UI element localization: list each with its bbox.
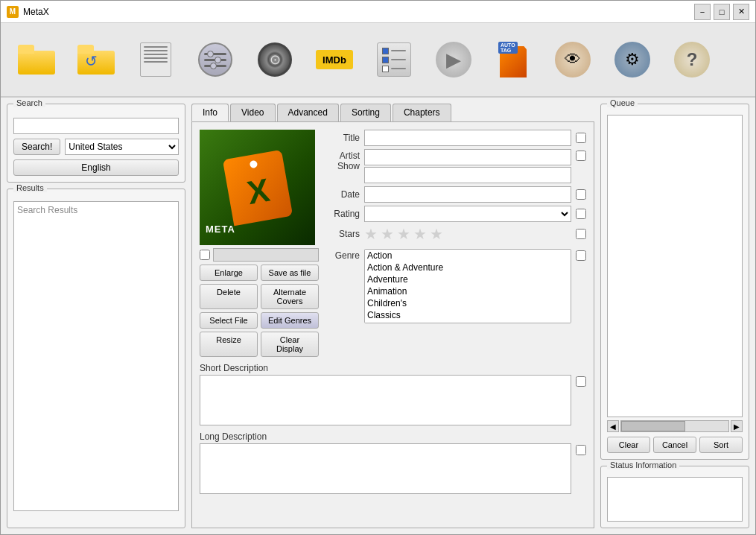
long-desc-input[interactable]	[200, 443, 571, 494]
results-list[interactable]: Search Results	[13, 201, 179, 511]
toolbar-gear[interactable]: ⚙	[606, 31, 659, 88]
tab-chapters[interactable]: Chapters	[393, 104, 451, 121]
search-button[interactable]: Search!	[13, 139, 60, 155]
title-label: Title	[326, 133, 360, 143]
metax-label: META	[206, 224, 235, 235]
toolbar-checklist[interactable]	[367, 31, 421, 88]
clear-button[interactable]: Clear	[607, 437, 650, 453]
stars-area: ★ ★ ★ ★ ★	[364, 225, 571, 243]
toolbar-preview[interactable]: 👁	[546, 31, 600, 88]
window-title: MetaX	[23, 7, 49, 17]
long-desc-checkbox[interactable]	[576, 445, 586, 455]
language-button[interactable]: English	[13, 159, 179, 176]
star-5[interactable]: ★	[430, 225, 443, 243]
titlebar-controls: − □ ✕	[694, 4, 749, 20]
delete-button[interactable]: Delete	[200, 284, 258, 309]
short-desc-row	[200, 375, 586, 425]
maximize-button[interactable]: □	[714, 4, 730, 20]
results-panel-title: Results	[13, 183, 47, 192]
tab-sorting[interactable]: Sorting	[340, 104, 391, 121]
clear-display-button[interactable]: Clear Display	[261, 332, 319, 357]
metax-x-label: X	[244, 173, 272, 209]
center-panel: Info Video Advanced Sorting Chapters	[191, 104, 594, 528]
scroll-left-btn[interactable]: ◀	[607, 420, 619, 432]
tab-advanced[interactable]: Advanced	[277, 104, 339, 121]
select-file-button[interactable]: Select File	[200, 312, 258, 329]
genre-checkbox[interactable]	[576, 250, 586, 261]
cover-checkbox[interactable]	[200, 250, 210, 260]
artist-show-label: ArtistShow	[326, 149, 360, 171]
toolbar-film[interactable]: ⊙	[248, 31, 302, 88]
search-panel-title: Search	[13, 98, 45, 107]
toolbar-recent[interactable]: ↺	[69, 31, 123, 88]
imdb-icon: IMDb	[316, 50, 353, 69]
short-desc-section: Short Description	[200, 363, 586, 425]
rating-select[interactable]: G PG PG-13 R NC-17	[364, 206, 571, 222]
genre-action-adventure: Action & Adventure	[365, 262, 571, 273]
tab-content: X META Enlarge Save as file Delete	[191, 121, 594, 528]
scroll-right-btn[interactable]: ▶	[731, 420, 743, 432]
short-desc-input[interactable]	[200, 375, 571, 425]
save-as-file-button[interactable]: Save as file	[261, 265, 319, 281]
cancel-button[interactable]: Cancel	[653, 437, 696, 453]
sort-button[interactable]: Sort	[699, 437, 743, 453]
titlebar-left: M MetaX	[7, 6, 49, 18]
info-top: X META Enlarge Save as file Delete	[200, 130, 586, 357]
artist-show-checkbox[interactable]	[576, 151, 586, 161]
artist-input[interactable]	[364, 149, 571, 165]
long-desc-label: Long Description	[200, 431, 586, 442]
show-input[interactable]	[364, 167, 571, 183]
stars-row: Stars ★ ★ ★ ★ ★	[326, 225, 586, 243]
star-2[interactable]: ★	[381, 225, 394, 243]
toolbar-open-folder[interactable]	[10, 31, 63, 88]
date-checkbox[interactable]	[576, 189, 586, 200]
genre-classics: Classics	[365, 309, 571, 321]
artist-show-row: ArtistShow	[326, 149, 586, 183]
queue-title: Queue	[607, 98, 638, 107]
tab-info[interactable]: Info	[191, 104, 229, 121]
date-label: Date	[326, 189, 360, 200]
toolbar-help[interactable]: ?	[665, 31, 719, 88]
close-button[interactable]: ✕	[733, 4, 749, 20]
queue-list[interactable]	[607, 115, 743, 417]
genre-action: Action	[365, 250, 571, 262]
minimize-button[interactable]: −	[694, 4, 711, 20]
title-checkbox[interactable]	[576, 133, 586, 143]
toolbar-settings[interactable]	[188, 31, 242, 88]
title-input[interactable]	[364, 130, 571, 146]
alternate-covers-button[interactable]: Alternate Covers	[261, 284, 319, 309]
status-panel: Status Information	[600, 466, 749, 528]
toolbar: ↺	[1, 23, 755, 98]
toolbar-imdb[interactable]: IMDb	[308, 31, 361, 88]
main-window: M MetaX − □ ✕ ↺	[0, 0, 756, 535]
app-icon: M	[7, 6, 19, 18]
star-4[interactable]: ★	[413, 225, 427, 243]
stars-checkbox[interactable]	[576, 229, 586, 239]
genre-label: Genre	[326, 249, 360, 261]
search-input[interactable]	[13, 118, 179, 134]
star-1[interactable]: ★	[364, 225, 378, 243]
status-title: Status Information	[607, 460, 679, 469]
search-panel: Search Search! United States United King…	[7, 104, 185, 183]
edit-genres-button[interactable]: Edit Genres	[261, 312, 319, 329]
star-3[interactable]: ★	[397, 225, 410, 243]
scrollbar-thumb[interactable]	[621, 421, 685, 431]
country-select[interactable]: United States United Kingdom Canada Aust…	[65, 139, 179, 155]
short-desc-checkbox[interactable]	[576, 376, 586, 387]
artist-show-wrapper	[364, 149, 571, 183]
titlebar: M MetaX − □ ✕	[1, 1, 755, 23]
genre-list[interactable]: Action Action & Adventure Adventure Anim…	[364, 249, 571, 323]
right-panel: Queue ◀ ▶ Clear Cancel Sort	[600, 104, 749, 528]
main-content: Search Search! United States United King…	[1, 98, 755, 534]
rating-checkbox[interactable]	[576, 209, 586, 219]
toolbar-document[interactable]	[129, 31, 182, 88]
long-desc-row	[200, 443, 586, 494]
tab-video[interactable]: Video	[230, 104, 275, 121]
resize-button[interactable]: Resize	[200, 332, 258, 357]
enlarge-button[interactable]: Enlarge	[200, 265, 258, 281]
toolbar-autotag[interactable]: AUTOTAG	[486, 31, 540, 88]
date-input[interactable]	[364, 186, 571, 203]
toolbar-play[interactable]: ▶	[427, 31, 480, 88]
rating-label: Rating	[326, 209, 360, 219]
cover-area: X META Enlarge Save as file Delete	[200, 130, 319, 357]
